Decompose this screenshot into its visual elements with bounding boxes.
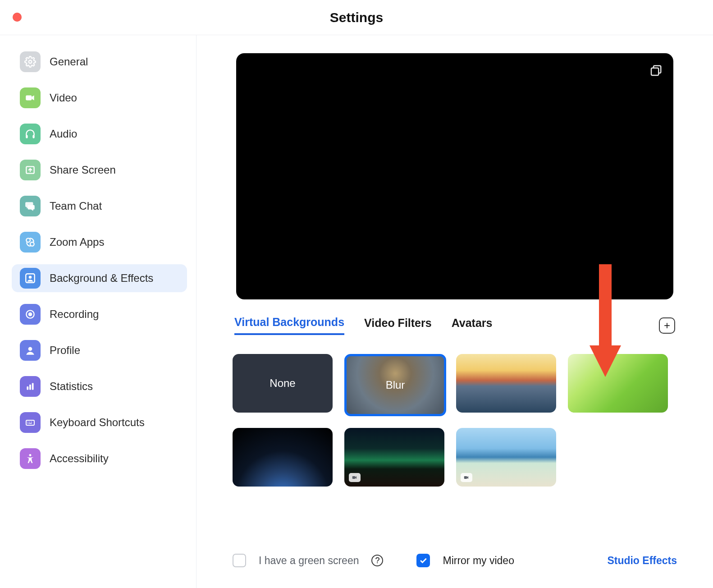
gear-icon bbox=[20, 51, 41, 72]
rotate-camera-button[interactable] bbox=[649, 64, 663, 78]
svg-rect-23 bbox=[352, 476, 355, 479]
portrait-icon bbox=[20, 268, 41, 289]
record-icon bbox=[20, 304, 41, 325]
sidebar-item-label: Audio bbox=[50, 128, 77, 140]
sidebar-item-keyboard-shortcuts[interactable]: Keyboard Shortcuts bbox=[12, 409, 187, 436]
background-tile-beach[interactable] bbox=[456, 428, 556, 487]
svg-point-17 bbox=[29, 422, 30, 423]
tab-virtual-backgrounds[interactable]: Virtual Backgrounds bbox=[234, 316, 344, 335]
background-tile-label: None bbox=[270, 377, 295, 390]
sidebar-item-label: Keyboard Shortcuts bbox=[50, 416, 145, 429]
svg-rect-15 bbox=[26, 420, 34, 425]
apps-icon bbox=[20, 232, 41, 253]
window-close-button[interactable] bbox=[13, 13, 22, 22]
background-tile-none[interactable]: None bbox=[233, 354, 333, 413]
sidebar-item-zoom-apps[interactable]: Zoom Apps bbox=[12, 228, 187, 256]
svg-point-5 bbox=[26, 238, 30, 242]
background-tile-label: Blur bbox=[386, 379, 405, 391]
sidebar-item-audio[interactable]: Audio bbox=[12, 120, 187, 148]
settings-sidebar: GeneralVideoAudioShare ScreenTeam ChatZo… bbox=[0, 35, 197, 588]
green-screen-checkbox[interactable] bbox=[233, 554, 246, 567]
background-tile-grass[interactable] bbox=[568, 354, 668, 413]
mirror-video-checkbox[interactable] bbox=[416, 554, 430, 567]
studio-effects-link[interactable]: Studio Effects bbox=[607, 555, 677, 567]
keyboard-icon bbox=[20, 412, 41, 433]
chat-icon bbox=[20, 196, 41, 216]
svg-rect-20 bbox=[29, 423, 32, 424]
svg-point-16 bbox=[27, 422, 28, 423]
sidebar-item-label: Video bbox=[50, 92, 77, 104]
sidebar-item-label: Background & Effects bbox=[50, 272, 153, 285]
sidebar-item-label: Share Screen bbox=[50, 164, 116, 176]
stats-icon bbox=[20, 376, 41, 397]
accessibility-icon bbox=[20, 448, 41, 469]
profile-icon bbox=[20, 340, 41, 361]
sidebar-item-general[interactable]: General bbox=[12, 48, 187, 76]
video-badge-icon bbox=[349, 473, 361, 482]
titlebar: Settings bbox=[0, 0, 713, 35]
tab-avatars[interactable]: Avatars bbox=[452, 317, 493, 334]
sidebar-item-label: Accessibility bbox=[50, 452, 109, 465]
background-tile-blur[interactable]: Blur bbox=[344, 354, 446, 416]
sidebar-item-label: Zoom Apps bbox=[50, 236, 104, 248]
svg-point-0 bbox=[29, 60, 32, 64]
svg-rect-1 bbox=[26, 96, 32, 101]
sidebar-item-accessibility[interactable]: Accessibility bbox=[12, 445, 187, 473]
svg-rect-13 bbox=[29, 385, 31, 390]
background-tile-earth[interactable] bbox=[233, 428, 333, 487]
sidebar-item-label: Recording bbox=[50, 308, 99, 321]
sidebar-item-statistics[interactable]: Statistics bbox=[12, 372, 187, 400]
background-tile-bridge[interactable] bbox=[456, 354, 556, 413]
headphones-icon bbox=[20, 124, 41, 144]
background-tile-aurora[interactable] bbox=[344, 428, 444, 487]
tab-video-filters[interactable]: Video Filters bbox=[364, 317, 432, 334]
sidebar-item-video[interactable]: Video bbox=[12, 84, 187, 112]
video-preview bbox=[236, 53, 673, 299]
svg-point-21 bbox=[29, 454, 32, 456]
green-screen-help-icon[interactable]: ? bbox=[371, 555, 383, 566]
video-badge-icon bbox=[461, 473, 472, 482]
background-grid: NoneBlur bbox=[233, 354, 677, 487]
svg-rect-24 bbox=[464, 476, 467, 479]
sidebar-item-label: Statistics bbox=[50, 380, 93, 393]
sidebar-item-label: Team Chat bbox=[50, 200, 102, 212]
svg-point-19 bbox=[27, 423, 28, 424]
svg-point-11 bbox=[28, 347, 32, 351]
share-icon bbox=[20, 160, 41, 180]
video-icon bbox=[20, 87, 41, 108]
svg-point-18 bbox=[31, 422, 32, 423]
sidebar-item-share-screen[interactable]: Share Screen bbox=[12, 156, 187, 184]
sidebar-item-background-effects[interactable]: Background & Effects bbox=[12, 264, 187, 292]
green-screen-label: I have a green screen bbox=[259, 555, 359, 567]
window-title: Settings bbox=[330, 10, 383, 25]
sidebar-item-team-chat[interactable]: Team Chat bbox=[12, 192, 187, 220]
add-background-button[interactable]: + bbox=[659, 317, 675, 334]
tabs-row: Virtual BackgroundsVideo FiltersAvatars+ bbox=[233, 316, 677, 335]
svg-rect-2 bbox=[26, 135, 27, 138]
settings-content: Virtual BackgroundsVideo FiltersAvatars+… bbox=[197, 35, 713, 588]
svg-rect-3 bbox=[32, 135, 34, 138]
svg-rect-22 bbox=[651, 68, 658, 75]
svg-point-6 bbox=[30, 242, 34, 246]
sidebar-item-profile[interactable]: Profile bbox=[12, 336, 187, 364]
svg-rect-14 bbox=[32, 383, 34, 390]
svg-rect-12 bbox=[27, 386, 28, 390]
sidebar-item-recording[interactable]: Recording bbox=[12, 300, 187, 328]
sidebar-item-label: Profile bbox=[50, 344, 80, 357]
bottom-options: I have a green screen ? Mirror my video … bbox=[233, 554, 677, 567]
sidebar-item-label: General bbox=[50, 55, 88, 68]
mirror-video-label: Mirror my video bbox=[443, 555, 514, 567]
svg-point-10 bbox=[28, 312, 32, 317]
svg-point-8 bbox=[29, 276, 32, 279]
